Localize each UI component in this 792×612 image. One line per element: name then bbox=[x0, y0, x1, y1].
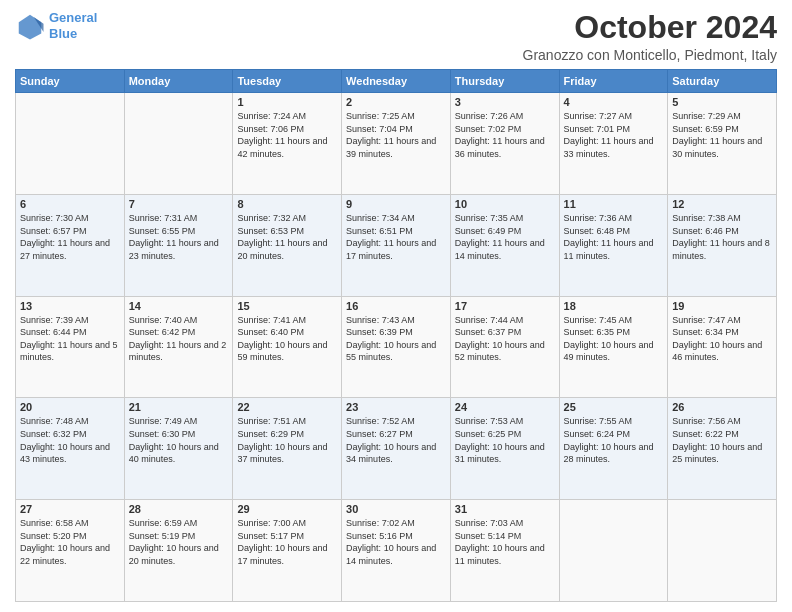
day-number: 1 bbox=[237, 96, 337, 108]
day-info: Sunrise: 7:27 AM Sunset: 7:01 PM Dayligh… bbox=[564, 110, 664, 160]
day-number: 5 bbox=[672, 96, 772, 108]
day-info: Sunrise: 7:31 AM Sunset: 6:55 PM Dayligh… bbox=[129, 212, 229, 262]
calendar-cell: 18Sunrise: 7:45 AM Sunset: 6:35 PM Dayli… bbox=[559, 296, 668, 398]
day-info: Sunrise: 7:03 AM Sunset: 5:14 PM Dayligh… bbox=[455, 517, 555, 567]
svg-marker-0 bbox=[19, 14, 42, 39]
day-number: 25 bbox=[564, 401, 664, 413]
calendar-week-4: 27Sunrise: 6:58 AM Sunset: 5:20 PM Dayli… bbox=[16, 500, 777, 602]
main-title: October 2024 bbox=[523, 10, 777, 45]
calendar-cell: 31Sunrise: 7:03 AM Sunset: 5:14 PM Dayli… bbox=[450, 500, 559, 602]
day-number: 23 bbox=[346, 401, 446, 413]
calendar-cell: 23Sunrise: 7:52 AM Sunset: 6:27 PM Dayli… bbox=[342, 398, 451, 500]
calendar-cell: 19Sunrise: 7:47 AM Sunset: 6:34 PM Dayli… bbox=[668, 296, 777, 398]
day-number: 14 bbox=[129, 300, 229, 312]
day-number: 10 bbox=[455, 198, 555, 210]
calendar-cell: 13Sunrise: 7:39 AM Sunset: 6:44 PM Dayli… bbox=[16, 296, 125, 398]
day-number: 7 bbox=[129, 198, 229, 210]
day-number: 15 bbox=[237, 300, 337, 312]
calendar-cell: 24Sunrise: 7:53 AM Sunset: 6:25 PM Dayli… bbox=[450, 398, 559, 500]
day-number: 31 bbox=[455, 503, 555, 515]
day-number: 13 bbox=[20, 300, 120, 312]
calendar-week-0: 1Sunrise: 7:24 AM Sunset: 7:06 PM Daylig… bbox=[16, 93, 777, 195]
day-info: Sunrise: 7:25 AM Sunset: 7:04 PM Dayligh… bbox=[346, 110, 446, 160]
calendar-cell: 2Sunrise: 7:25 AM Sunset: 7:04 PM Daylig… bbox=[342, 93, 451, 195]
logo-text: General Blue bbox=[49, 10, 97, 41]
calendar-week-1: 6Sunrise: 7:30 AM Sunset: 6:57 PM Daylig… bbox=[16, 194, 777, 296]
page: General Blue October 2024 Granozzo con M… bbox=[0, 0, 792, 612]
logo: General Blue bbox=[15, 10, 97, 41]
day-header-thursday: Thursday bbox=[450, 70, 559, 93]
calendar-cell: 7Sunrise: 7:31 AM Sunset: 6:55 PM Daylig… bbox=[124, 194, 233, 296]
calendar-cell: 14Sunrise: 7:40 AM Sunset: 6:42 PM Dayli… bbox=[124, 296, 233, 398]
calendar-week-2: 13Sunrise: 7:39 AM Sunset: 6:44 PM Dayli… bbox=[16, 296, 777, 398]
day-number: 8 bbox=[237, 198, 337, 210]
header: General Blue October 2024 Granozzo con M… bbox=[15, 10, 777, 63]
day-number: 26 bbox=[672, 401, 772, 413]
calendar-header-row: SundayMondayTuesdayWednesdayThursdayFrid… bbox=[16, 70, 777, 93]
day-header-tuesday: Tuesday bbox=[233, 70, 342, 93]
day-number: 21 bbox=[129, 401, 229, 413]
day-info: Sunrise: 7:43 AM Sunset: 6:39 PM Dayligh… bbox=[346, 314, 446, 364]
calendar-cell: 3Sunrise: 7:26 AM Sunset: 7:02 PM Daylig… bbox=[450, 93, 559, 195]
day-number: 6 bbox=[20, 198, 120, 210]
day-number: 2 bbox=[346, 96, 446, 108]
calendar-cell: 5Sunrise: 7:29 AM Sunset: 6:59 PM Daylig… bbox=[668, 93, 777, 195]
day-number: 29 bbox=[237, 503, 337, 515]
calendar-cell: 29Sunrise: 7:00 AM Sunset: 5:17 PM Dayli… bbox=[233, 500, 342, 602]
day-number: 24 bbox=[455, 401, 555, 413]
day-info: Sunrise: 7:51 AM Sunset: 6:29 PM Dayligh… bbox=[237, 415, 337, 465]
calendar-cell: 16Sunrise: 7:43 AM Sunset: 6:39 PM Dayli… bbox=[342, 296, 451, 398]
day-info: Sunrise: 7:52 AM Sunset: 6:27 PM Dayligh… bbox=[346, 415, 446, 465]
calendar-cell: 4Sunrise: 7:27 AM Sunset: 7:01 PM Daylig… bbox=[559, 93, 668, 195]
subtitle: Granozzo con Monticello, Piedmont, Italy bbox=[523, 47, 777, 63]
day-number: 20 bbox=[20, 401, 120, 413]
day-info: Sunrise: 7:24 AM Sunset: 7:06 PM Dayligh… bbox=[237, 110, 337, 160]
day-info: Sunrise: 7:30 AM Sunset: 6:57 PM Dayligh… bbox=[20, 212, 120, 262]
day-number: 17 bbox=[455, 300, 555, 312]
day-number: 30 bbox=[346, 503, 446, 515]
calendar-cell bbox=[559, 500, 668, 602]
day-info: Sunrise: 7:38 AM Sunset: 6:46 PM Dayligh… bbox=[672, 212, 772, 262]
day-info: Sunrise: 7:55 AM Sunset: 6:24 PM Dayligh… bbox=[564, 415, 664, 465]
logo-icon bbox=[15, 11, 45, 41]
day-info: Sunrise: 7:39 AM Sunset: 6:44 PM Dayligh… bbox=[20, 314, 120, 364]
calendar-week-3: 20Sunrise: 7:48 AM Sunset: 6:32 PM Dayli… bbox=[16, 398, 777, 500]
day-info: Sunrise: 7:36 AM Sunset: 6:48 PM Dayligh… bbox=[564, 212, 664, 262]
day-info: Sunrise: 7:34 AM Sunset: 6:51 PM Dayligh… bbox=[346, 212, 446, 262]
day-header-sunday: Sunday bbox=[16, 70, 125, 93]
calendar-cell: 10Sunrise: 7:35 AM Sunset: 6:49 PM Dayli… bbox=[450, 194, 559, 296]
day-info: Sunrise: 7:35 AM Sunset: 6:49 PM Dayligh… bbox=[455, 212, 555, 262]
calendar-cell: 25Sunrise: 7:55 AM Sunset: 6:24 PM Dayli… bbox=[559, 398, 668, 500]
calendar-cell: 20Sunrise: 7:48 AM Sunset: 6:32 PM Dayli… bbox=[16, 398, 125, 500]
calendar-cell: 28Sunrise: 6:59 AM Sunset: 5:19 PM Dayli… bbox=[124, 500, 233, 602]
calendar-cell: 8Sunrise: 7:32 AM Sunset: 6:53 PM Daylig… bbox=[233, 194, 342, 296]
day-number: 9 bbox=[346, 198, 446, 210]
day-info: Sunrise: 7:26 AM Sunset: 7:02 PM Dayligh… bbox=[455, 110, 555, 160]
day-info: Sunrise: 7:49 AM Sunset: 6:30 PM Dayligh… bbox=[129, 415, 229, 465]
calendar-cell: 6Sunrise: 7:30 AM Sunset: 6:57 PM Daylig… bbox=[16, 194, 125, 296]
day-number: 12 bbox=[672, 198, 772, 210]
calendar-cell bbox=[16, 93, 125, 195]
calendar-cell: 15Sunrise: 7:41 AM Sunset: 6:40 PM Dayli… bbox=[233, 296, 342, 398]
day-header-friday: Friday bbox=[559, 70, 668, 93]
day-number: 11 bbox=[564, 198, 664, 210]
calendar-table: SundayMondayTuesdayWednesdayThursdayFrid… bbox=[15, 69, 777, 602]
day-number: 18 bbox=[564, 300, 664, 312]
day-number: 27 bbox=[20, 503, 120, 515]
calendar-cell: 17Sunrise: 7:44 AM Sunset: 6:37 PM Dayli… bbox=[450, 296, 559, 398]
day-info: Sunrise: 7:45 AM Sunset: 6:35 PM Dayligh… bbox=[564, 314, 664, 364]
day-info: Sunrise: 7:32 AM Sunset: 6:53 PM Dayligh… bbox=[237, 212, 337, 262]
day-info: Sunrise: 7:41 AM Sunset: 6:40 PM Dayligh… bbox=[237, 314, 337, 364]
day-info: Sunrise: 7:53 AM Sunset: 6:25 PM Dayligh… bbox=[455, 415, 555, 465]
day-number: 16 bbox=[346, 300, 446, 312]
day-header-saturday: Saturday bbox=[668, 70, 777, 93]
day-info: Sunrise: 7:40 AM Sunset: 6:42 PM Dayligh… bbox=[129, 314, 229, 364]
calendar-cell: 27Sunrise: 6:58 AM Sunset: 5:20 PM Dayli… bbox=[16, 500, 125, 602]
day-number: 28 bbox=[129, 503, 229, 515]
day-number: 3 bbox=[455, 96, 555, 108]
calendar-cell: 22Sunrise: 7:51 AM Sunset: 6:29 PM Dayli… bbox=[233, 398, 342, 500]
calendar-cell: 9Sunrise: 7:34 AM Sunset: 6:51 PM Daylig… bbox=[342, 194, 451, 296]
calendar-cell: 1Sunrise: 7:24 AM Sunset: 7:06 PM Daylig… bbox=[233, 93, 342, 195]
day-info: Sunrise: 7:48 AM Sunset: 6:32 PM Dayligh… bbox=[20, 415, 120, 465]
day-info: Sunrise: 7:29 AM Sunset: 6:59 PM Dayligh… bbox=[672, 110, 772, 160]
